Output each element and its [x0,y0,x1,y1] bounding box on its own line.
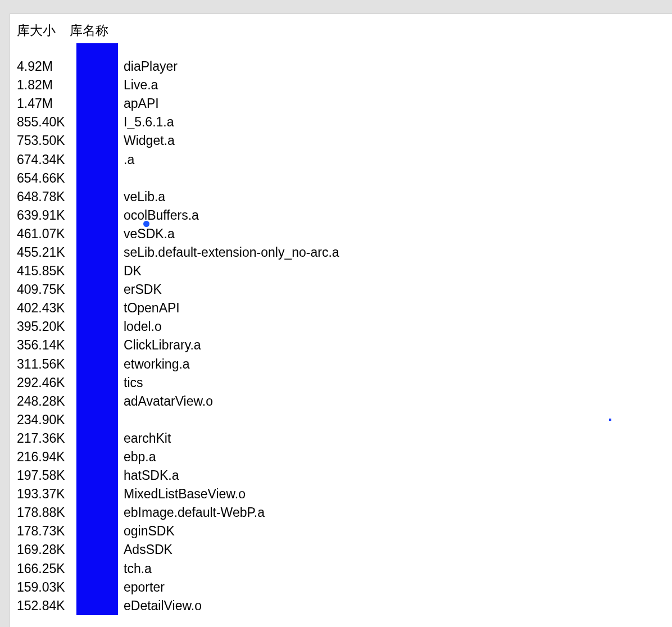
cell-size: 855.40K [17,115,84,130]
cell-name: I_5.6.1.a [124,115,174,130]
cell-name: tch.a [124,561,152,576]
table-body: 4.92MdiaPlayer1.82MLive.a1.47MapAPI855.4… [10,43,672,615]
column-header-name[interactable]: 库名称 [70,22,108,43]
cell-size: 292.46K [17,375,84,390]
cell-size: 197.58K [17,468,84,483]
cell-size: 1.47M [17,96,84,111]
cell-size: 402.43K [17,301,84,316]
cell-name: eporter [124,580,165,595]
cell-name: AdsSDK [124,542,172,557]
library-table-window: 库大小 库名称 4.92MdiaPlayer1.82MLive.a1.47Map… [10,13,672,627]
cell-size: 248.28K [17,394,84,409]
small-dot-icon [609,419,611,421]
cell-name: diaPlayer [124,59,178,74]
cell-name: Widget.a [124,133,175,148]
redaction-block [76,43,118,615]
cell-size: 4.92M [17,59,84,74]
cell-name: oginSDK [124,524,175,539]
cell-name: tics [124,375,143,390]
cell-size: 193.37K [17,487,84,502]
table-header-row: 库大小 库名称 [10,14,672,43]
cell-name: veSDK.a [124,226,175,242]
cell-name: ocolBuffers.a [124,208,199,223]
cell-name: apAPI [124,96,159,111]
cell-size: 234.90K [17,412,84,428]
cell-size: 455.21K [17,245,84,260]
cell-size: 1.82M [17,78,84,93]
cell-size: 654.66K [17,171,84,186]
cell-size: 311.56K [17,357,84,372]
cell-size: 753.50K [17,133,84,148]
cell-size: 169.28K [17,542,84,557]
table-body-wrapper: 4.92MdiaPlayer1.82MLive.a1.47MapAPI855.4… [10,43,672,615]
cell-size: 395.20K [17,319,84,334]
cell-name: .a [124,152,134,167]
cell-size: 178.73K [17,524,84,539]
cell-size: 166.25K [17,561,84,576]
cell-name: lodel.o [124,319,162,334]
cell-size: 409.75K [17,282,84,297]
cell-name: Live.a [124,78,158,93]
cell-size: 356.14K [17,338,84,353]
cell-name: earchKit [124,431,171,446]
cell-name: ebImage.default-WebP.a [124,505,265,520]
column-header-size[interactable]: 库大小 [17,22,61,43]
marker-dot-icon [143,221,149,227]
cell-size: 159.03K [17,580,84,595]
cell-size: 674.34K [17,152,84,167]
cell-size: 216.94K [17,449,84,465]
cell-name: hatSDK.a [124,468,179,483]
cell-size: 461.07K [17,226,84,242]
cell-name: seLib.default-extension-only_no-arc.a [124,245,339,260]
cell-name: erSDK [124,282,162,297]
cell-name: ebp.a [124,449,156,465]
cell-size: 639.91K [17,208,84,223]
cell-size: 152.84K [17,598,84,614]
cell-name: etworking.a [124,357,190,372]
cell-size: 415.85K [17,263,84,279]
cell-name: DK [124,263,142,279]
cell-name: eDetailView.o [124,598,202,614]
cell-name: ClickLibrary.a [124,338,201,353]
cell-name: MixedListBaseView.o [124,487,246,502]
cell-name: adAvatarView.o [124,394,213,409]
cell-size: 648.78K [17,189,84,205]
cell-size: 217.36K [17,431,84,446]
cell-name: veLib.a [124,189,165,205]
cell-name: tOpenAPI [124,301,180,316]
cell-size: 178.88K [17,505,84,520]
